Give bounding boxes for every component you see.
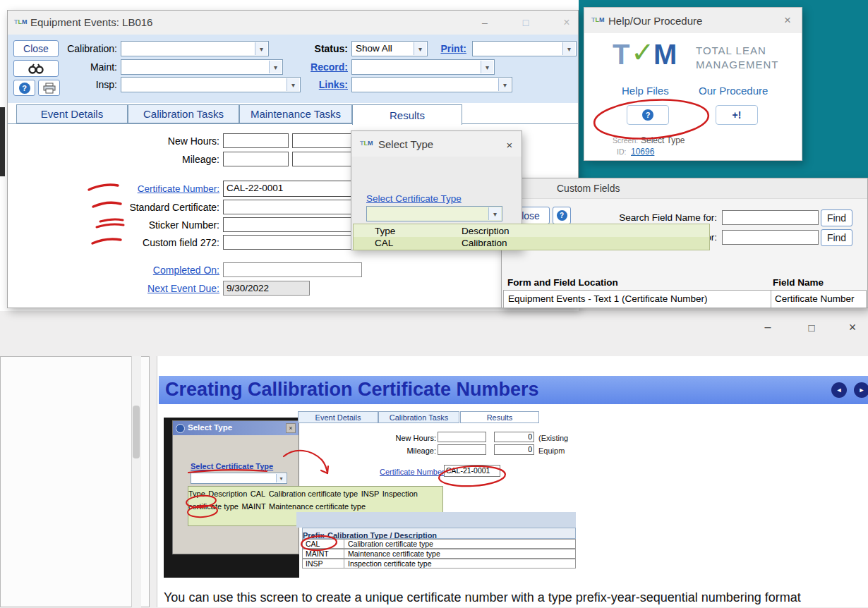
close-icon[interactable]: × [779, 13, 796, 28]
search-field-name-label: Search Field Name for: [604, 212, 717, 223]
search-field-name-input[interactable] [722, 210, 819, 225]
standard-certificate-input[interactable] [223, 200, 352, 214]
window-titlebar[interactable]: Custom Fields [502, 178, 867, 199]
print-link[interactable]: Print: [431, 43, 466, 54]
find-button[interactable]: Find [821, 209, 852, 226]
help-button[interactable]: ? [553, 207, 571, 224]
custom-field-272-input[interactable] [223, 235, 352, 250]
id-value-link[interactable]: 10696 [631, 147, 654, 157]
our-procedure-button[interactable]: +! [716, 105, 758, 125]
certificate-type-combo[interactable]: ▾ [366, 206, 502, 221]
certificate-number-input[interactable]: CAL-22-0001 [223, 181, 354, 197]
links-link[interactable]: Links: [291, 79, 348, 90]
insp-combo[interactable]: ▾ [121, 77, 301, 92]
chevron-down-icon[interactable]: ▾ [488, 207, 501, 220]
chevron-down-icon[interactable]: ▾ [269, 61, 282, 73]
field-location-value: Equipment Events - Text 1 (Certificate N… [508, 293, 708, 304]
links-combo[interactable]: ▾ [351, 77, 512, 92]
chevron-down-icon: ▾ [276, 474, 286, 482]
ss-list-row: Calibration certificate type [269, 490, 358, 498]
tab-calibration-tasks[interactable]: Calibration Tasks [128, 104, 239, 123]
ss-mileage-label: Mileage: [381, 446, 436, 455]
ss-table-row: INSP Inspection certificate type [302, 559, 576, 569]
help-button[interactable]: ? [13, 80, 35, 96]
help-viewer-window: – □ × Creating Callibration Certificate … [0, 311, 868, 608]
chevron-down-icon[interactable]: ▾ [562, 42, 575, 55]
next-event-due-input[interactable]: 9/30/2022 [223, 281, 310, 296]
chevron-down-icon[interactable]: ▾ [255, 42, 267, 55]
completed-on-link[interactable]: Completed On: [92, 265, 219, 276]
select-certificate-type-link[interactable]: Select Certificate Type [366, 193, 462, 204]
sticker-number-input[interactable] [223, 217, 352, 232]
minimize-icon[interactable]: – [759, 320, 776, 335]
help-files-button[interactable]: ? [627, 105, 669, 125]
completed-on-input[interactable] [223, 262, 362, 277]
find-button[interactable]: Find [821, 229, 852, 246]
toc-scrollbar[interactable] [131, 356, 141, 607]
desktop: – □ × Creating Callibration Certificate … [0, 0, 868, 608]
scrollbar-thumb[interactable] [133, 406, 140, 458]
record-combo[interactable]: ▾ [351, 59, 495, 75]
print-combo[interactable]: ▾ [472, 41, 577, 56]
ss-new-hours-input [438, 432, 486, 442]
ss-cell: Maintenance certificate type [348, 549, 440, 558]
nav-back-button[interactable]: ◄ [831, 382, 847, 398]
ss-cell: MAINT [306, 549, 329, 558]
ss-tab-calibration-tasks: Calibration Tasks [378, 411, 459, 423]
tabstrip-line [8, 123, 578, 124]
window-titlebar[interactable]: TLM Select Type × [351, 131, 522, 157]
ss-list-col-type: Type [188, 490, 205, 498]
topic-header: Creating Callibration Certificate Number… [159, 376, 868, 404]
ss-tab-results: Results [460, 411, 539, 423]
ss-tab-event-details: Event Details [298, 411, 378, 423]
ss-certificate-number-input: CAL-21-0001 [444, 465, 500, 477]
ss-list-col-description: Description [208, 490, 247, 498]
next-event-due-link[interactable]: Next Event Due: [92, 283, 219, 294]
close-icon[interactable]: × [558, 15, 575, 30]
chevron-down-icon[interactable]: ▾ [414, 42, 426, 55]
sticker-number-label: Sticker Number: [92, 219, 219, 231]
nav-forward-button[interactable]: ► [854, 382, 868, 398]
maximize-icon[interactable]: □ [803, 320, 820, 335]
calibration-combo[interactable]: ▾ [121, 41, 269, 56]
field-name-value: Certificate Number [775, 293, 855, 304]
popup-col-type: Type [375, 226, 395, 236]
search-custom-input[interactable] [722, 230, 819, 245]
mileage-input[interactable] [223, 152, 289, 166]
help-icon: ? [557, 210, 567, 221]
record-link[interactable]: Record: [291, 61, 348, 73]
help-files-link[interactable]: Help Files [622, 85, 669, 97]
window-title: Select Type [378, 138, 433, 150]
close-icon[interactable]: × [844, 320, 861, 335]
ss-mileage-input2: 0 [494, 444, 534, 455]
ss-list-row: CAL [251, 490, 265, 498]
background-window-edge [0, 107, 5, 176]
topic-title: Creating Callibration Certificate Number… [165, 379, 539, 401]
maint-combo[interactable]: ▾ [121, 59, 283, 75]
new-hours-input[interactable] [223, 133, 289, 148]
ss-table-row: CAL Calibration certificate type [302, 539, 576, 549]
window-title: Equipment Events: LB016 [30, 16, 152, 28]
certificate-number-link[interactable]: Certificate Number: [92, 183, 219, 194]
custom-field-272-label: Custom field 272: [92, 237, 219, 248]
ss-select-certificate-type-link: Select Certificate Type [191, 462, 273, 470]
maximize-icon[interactable]: □ [517, 15, 534, 30]
new-hours-label: New Hours: [92, 135, 219, 147]
popup-row-cal[interactable]: CAL Calibration [354, 237, 709, 250]
tab-results[interactable]: Results [352, 104, 462, 125]
logo-line2: MANAGEMENT [696, 59, 779, 71]
minimize-icon[interactable]: – [476, 15, 493, 30]
our-procedure-link[interactable]: Our Procedure [699, 85, 768, 97]
screen-value: Select Type [641, 135, 685, 145]
status-combo[interactable]: Show All ▾ [351, 41, 428, 56]
dialog-title: Select Type [188, 423, 232, 432]
chevron-down-icon[interactable]: ▾ [481, 61, 493, 73]
window-titlebar[interactable]: TLM Help/Our Procedure × [584, 8, 802, 33]
tab-event-details[interactable]: Event Details [16, 104, 128, 123]
window-titlebar[interactable]: TLM Equipment Events: LB016 – □ × [8, 11, 578, 35]
tab-maintenance-tasks[interactable]: Maintenance Tasks [239, 104, 352, 123]
col-form-field-location: Form and Field Location [507, 277, 618, 288]
chevron-down-icon[interactable]: ▾ [498, 78, 511, 91]
close-icon[interactable]: × [501, 137, 518, 152]
field-row[interactable]: Equipment Events - Text 1 (Certificate N… [503, 290, 867, 308]
